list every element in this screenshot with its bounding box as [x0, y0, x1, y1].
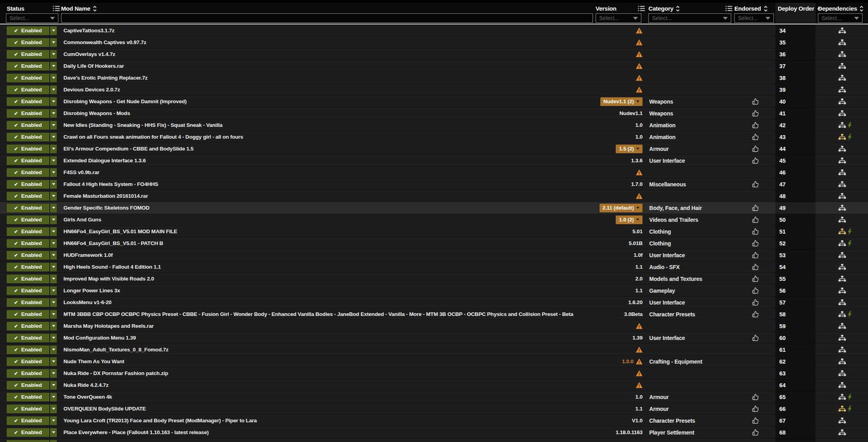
status-dropdown-caret[interactable] [49, 215, 57, 224]
mod-name-cell[interactable]: Improved Map with Visible Roads 2.0 [61, 276, 591, 282]
status-dropdown-caret[interactable] [49, 168, 57, 177]
table-row[interactable]: ✔Enabled Tone OverQueen 4k 1.0 Armour 65 [0, 391, 868, 403]
status-dropdown-caret[interactable] [49, 275, 57, 283]
table-row[interactable]: ✔Enabled Fallout 4 High Heels System - F… [0, 178, 868, 190]
status-enabled-button[interactable]: ✔Enabled [7, 428, 57, 437]
version-badge[interactable]: 1.5 (2) [616, 145, 643, 153]
table-row[interactable]: ✔Enabled HN66Fo4_EasyGirl_BS_V5.01 - PAT… [0, 238, 868, 249]
status-dropdown-caret[interactable] [49, 156, 57, 165]
status-enabled-button[interactable]: ✔Enabled [7, 215, 57, 224]
status-enabled-button[interactable]: ✔Enabled [7, 275, 57, 283]
mod-name-cell[interactable]: High Heels Sound - Fallout 4 Edition 1.1 [61, 264, 591, 270]
dependencies-icon[interactable] [838, 122, 846, 128]
endorse-icon[interactable] [752, 122, 759, 128]
table-row[interactable]: ✔Enabled High Heels Sound - Fallout 4 Ed… [0, 261, 868, 273]
endorse-icon[interactable] [752, 134, 759, 140]
table-row[interactable]: ✔Enabled Gender Specific Skeletons FOMOD… [0, 202, 868, 214]
mod-name-cell[interactable]: NismoMan_Adult_Textures_0_8_Fomod.7z [61, 347, 591, 353]
mod-name-cell[interactable]: Longer Power Lines 3x [61, 288, 591, 293]
mod-name-cell[interactable]: Daily Life Of Hookers.rar [61, 63, 591, 69]
mod-name-cell[interactable]: MTM 3BBB CBP OCBP OCBPC Physics Preset -… [61, 311, 591, 317]
mod-name-cell[interactable]: Disrobing Weapons - Get Nude Damnit (Imp… [61, 98, 591, 104]
column-header-category[interactable]: Category [648, 5, 680, 12]
dependencies-icon[interactable] [838, 276, 846, 282]
mod-name-cell[interactable]: Extended Dialogue Interface 1.3.6 [61, 158, 591, 163]
status-enabled-button[interactable]: ✔Enabled [7, 109, 57, 118]
status-dropdown-caret[interactable] [49, 85, 57, 94]
mod-name-cell[interactable]: Mod Configuration Menu 1.39 [61, 335, 591, 341]
table-row[interactable]: ✔Enabled Marsha May Holotapes and Reels.… [0, 320, 868, 332]
dependencies-icon[interactable] [838, 228, 846, 235]
mod-name-cell[interactable]: Dave's Erotic Painting Replacer.7z [61, 75, 591, 81]
table-row[interactable]: ✔Enabled Nuka Ride - DX Pornstar Fashion… [0, 368, 868, 379]
version-badge[interactable]: 1.0 (2) [616, 215, 643, 224]
status-dropdown-caret[interactable] [49, 334, 57, 342]
dependencies-icon[interactable] [838, 335, 846, 341]
column-header-mod-name[interactable]: Mod Name [61, 5, 97, 12]
status-enabled-button[interactable]: ✔Enabled [7, 263, 57, 271]
table-row[interactable]: ✔Enabled [0, 438, 868, 442]
endorse-icon[interactable] [752, 334, 759, 341]
mod-name-cell[interactable]: Devious Devices 2.0.7z [61, 87, 591, 93]
dependencies-icon[interactable] [838, 158, 846, 164]
status-enabled-button[interactable]: ✔Enabled [7, 369, 57, 378]
status-dropdown-caret[interactable] [49, 38, 57, 47]
dependencies-icon[interactable] [838, 39, 846, 46]
dependencies-icon[interactable] [838, 370, 846, 377]
status-enabled-button[interactable]: ✔Enabled [7, 440, 57, 442]
table-row[interactable]: ✔Enabled LooksMenu v1-6-20 1.6.20 User I… [0, 297, 868, 308]
table-row[interactable]: ✔Enabled Commonwealth Captives v0.97.7z … [0, 37, 868, 48]
status-dropdown-caret[interactable] [49, 26, 57, 35]
status-dropdown-caret[interactable] [49, 369, 57, 378]
dependencies-icon[interactable] [838, 28, 846, 34]
column-options-list-icon[interactable] [725, 6, 732, 11]
dependencies-icon[interactable] [838, 252, 846, 258]
status-enabled-button[interactable]: ✔Enabled [7, 38, 57, 47]
status-enabled-button[interactable]: ✔Enabled [7, 145, 57, 153]
dependencies-icon[interactable] [838, 134, 846, 140]
table-row[interactable]: ✔Enabled Crawl on all Fours sneak animat… [0, 131, 868, 143]
mod-name-filter-input[interactable] [61, 13, 593, 23]
dependencies-icon[interactable] [838, 63, 846, 69]
status-enabled-button[interactable]: ✔Enabled [7, 239, 57, 248]
version-badge[interactable]: Nudev1.1 (2) [600, 97, 643, 106]
status-enabled-button[interactable]: ✔Enabled [7, 393, 57, 401]
status-dropdown-caret[interactable] [49, 440, 57, 442]
category-filter-select[interactable]: Select... [648, 13, 731, 23]
dependencies-icon[interactable] [838, 382, 846, 388]
status-enabled-button[interactable]: ✔Enabled [7, 345, 57, 354]
mod-name-cell[interactable]: Female Masturbation 20161014.rar [61, 193, 591, 199]
table-row[interactable]: ✔Enabled NismoMan_Adult_Textures_0_8_Fom… [0, 344, 868, 356]
mod-name-cell[interactable]: Place Everywhere - Place (Fallout4 1.10.… [61, 429, 591, 435]
table-row[interactable]: ✔Enabled MTM 3BBB CBP OCBP OCBPC Physics… [0, 308, 868, 320]
dependencies-icon[interactable] [838, 394, 846, 400]
endorse-icon[interactable] [752, 98, 759, 105]
dependencies-icon[interactable] [838, 75, 846, 81]
dependencies-icon[interactable] [838, 169, 846, 176]
endorse-icon[interactable] [752, 429, 759, 436]
endorse-icon[interactable] [752, 145, 759, 152]
endorse-icon[interactable] [752, 181, 759, 188]
mod-name-cell[interactable]: HN66Fo4_EasyGirl_BS_V5.01 MOD MAIN FILE [61, 228, 591, 234]
endorse-icon[interactable] [752, 394, 759, 400]
status-enabled-button[interactable]: ✔Enabled [7, 310, 57, 319]
version-badge[interactable]: 2.11 (default) [600, 204, 643, 212]
dependencies-icon[interactable] [838, 181, 846, 188]
endorse-icon[interactable] [752, 228, 759, 235]
dependencies-icon[interactable] [838, 193, 846, 199]
status-enabled-button[interactable]: ✔Enabled [7, 227, 57, 236]
status-dropdown-caret[interactable] [49, 322, 57, 331]
table-row[interactable]: ✔Enabled OVERQUEEN BodySlide UPDATE 1.1 … [0, 403, 868, 415]
table-row[interactable]: ✔Enabled HN66Fo4_EasyGirl_BS_V5.01 MOD M… [0, 226, 868, 238]
table-row[interactable]: ✔Enabled New Idles (Standing - Sneaking … [0, 119, 868, 131]
status-enabled-button[interactable]: ✔Enabled [7, 192, 57, 201]
mod-name-cell[interactable]: CumOverlays v1.4.7z [61, 51, 591, 57]
status-dropdown-caret[interactable] [49, 145, 57, 153]
mod-name-cell[interactable]: OVERQUEEN BodySlide UPDATE [61, 406, 591, 412]
table-row[interactable]: ✔Enabled CaptiveTattoos3.1.7z 34 [0, 25, 868, 37]
status-dropdown-caret[interactable] [49, 121, 57, 130]
dependencies-icon[interactable] [838, 347, 846, 353]
endorse-icon[interactable] [752, 216, 759, 223]
status-dropdown-caret[interactable] [49, 50, 57, 59]
dependencies-icon[interactable] [838, 264, 846, 270]
